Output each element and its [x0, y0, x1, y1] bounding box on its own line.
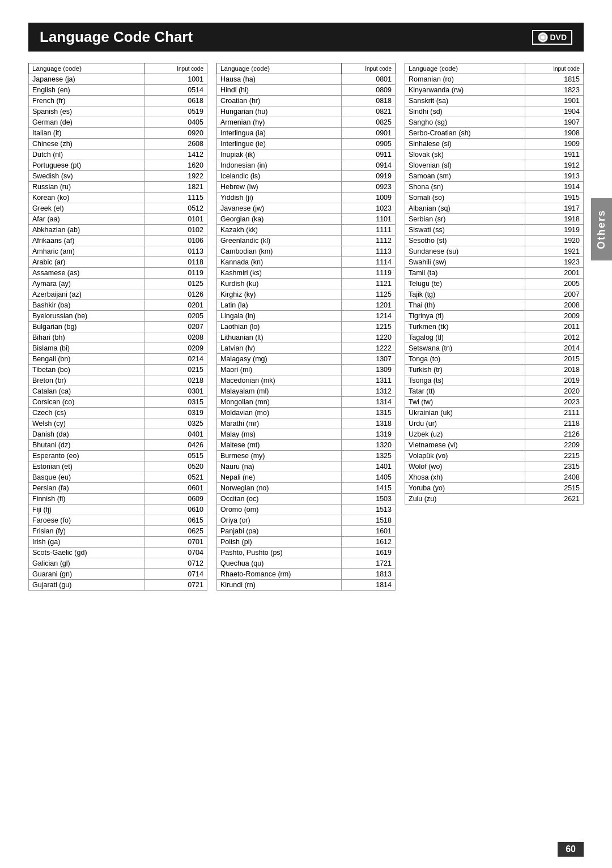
lang-name: Bashkir (ba) — [29, 300, 144, 311]
table-row: Hungarian (hu)0821 — [217, 106, 396, 117]
table-row: Turkmen (tk)2011 — [405, 322, 584, 332]
page-container: Language Code Chart DVD Language (code) … — [0, 0, 612, 625]
lang-name: Bulgarian (bg) — [29, 322, 144, 332]
lang-name: Tibetan (bo) — [29, 365, 144, 375]
lang-name: Tsonga (ts) — [405, 375, 525, 386]
lang-code: 0401 — [144, 429, 207, 440]
table-row: Xhosa (xh)2408 — [405, 472, 584, 483]
table-row: Turkish (tr)2018 — [405, 365, 584, 375]
tables-container: Language (code) Input code Japanese (ja)… — [28, 63, 584, 591]
lang-code: 0215 — [144, 365, 207, 375]
lang-name: Mongolian (mn) — [217, 397, 342, 408]
table-row: Pashto, Pushto (ps)1619 — [217, 548, 396, 558]
table-row: Panjabi (pa)1601 — [217, 526, 396, 537]
table-row: Kazakh (kk)1111 — [217, 225, 396, 236]
lang-code: 0911 — [341, 149, 395, 160]
lang-code: 1503 — [341, 494, 395, 504]
lang-name: Nauru (na) — [217, 461, 342, 472]
lang-name: Xhosa (xh) — [405, 472, 525, 483]
table-row: Tibetan (bo)0215 — [29, 365, 207, 375]
lang-code: 2126 — [525, 429, 583, 440]
lang-name: Hebrew (iw) — [217, 182, 342, 193]
table-row: Czech (cs)0319 — [29, 408, 207, 418]
table-row: Arabic (ar)0118 — [29, 257, 207, 268]
lang-name: English (en) — [29, 85, 144, 96]
lang-name: Galician (gl) — [29, 558, 144, 569]
table-row: Yiddish (ji)1009 — [217, 193, 396, 203]
table-row: Byelorussian (be)0205 — [29, 311, 207, 322]
lang-code: 2007 — [525, 289, 583, 300]
table-row: French (fr)0618 — [29, 96, 207, 106]
table-row: Italian (it)0920 — [29, 128, 207, 139]
lang-name: Chinese (zh) — [29, 139, 144, 149]
lang-name: Tonga (to) — [405, 354, 525, 365]
lang-name: Slovenian (sl) — [405, 160, 525, 171]
lang-name: Laothian (lo) — [217, 322, 342, 332]
lang-name: Occitan (oc) — [217, 494, 342, 504]
table-row: Galician (gl)0712 — [29, 558, 207, 569]
lang-code: 0920 — [144, 128, 207, 139]
lang-code: 1923 — [525, 257, 583, 268]
table-row: Amharic (am)0113 — [29, 246, 207, 257]
lang-name: Cambodian (km) — [217, 246, 342, 257]
table-row: Sundanese (su)1921 — [405, 246, 584, 257]
lang-name: Aymara (ay) — [29, 279, 144, 289]
lang-name: Portuguese (pt) — [29, 160, 144, 171]
table-row: Assamese (as)0119 — [29, 268, 207, 279]
lang-name: Russian (ru) — [29, 182, 144, 193]
lang-code: 1311 — [341, 375, 395, 386]
lang-code: 1309 — [341, 365, 395, 375]
table-row: Tonga (to)2015 — [405, 354, 584, 365]
lang-code: 0809 — [341, 85, 395, 96]
lang-name: Vietnamese (vi) — [405, 440, 525, 451]
lang-name: Swahili (sw) — [405, 257, 525, 268]
lang-code: 2008 — [525, 300, 583, 311]
table-row: Macedonian (mk)1311 — [217, 375, 396, 386]
table-row: Kashmiri (ks)1119 — [217, 268, 396, 279]
lang-code: 1113 — [341, 246, 395, 257]
table-row: Scots-Gaelic (gd)0704 — [29, 548, 207, 558]
table-row: Azerbaijani (az)0126 — [29, 289, 207, 300]
lang-name: Swedish (sv) — [29, 171, 144, 182]
lang-code: 1412 — [144, 149, 207, 160]
lang-name: Hungarian (hu) — [217, 106, 342, 117]
lang-code: 0712 — [144, 558, 207, 569]
lang-name: Pashto, Pushto (ps) — [217, 548, 342, 558]
lang-name: Armenian (hy) — [217, 117, 342, 128]
lang-code: 0205 — [144, 311, 207, 322]
lang-name: Lingala (ln) — [217, 311, 342, 322]
table-row: Cambodian (km)1113 — [217, 246, 396, 257]
lang-code: 0113 — [144, 246, 207, 257]
lang-code: 2023 — [525, 397, 583, 408]
table-row: Oriya (or)1518 — [217, 515, 396, 526]
col1-header-lang: Language (code) — [29, 63, 144, 74]
lang-code: 2012 — [525, 332, 583, 343]
table-row: Latin (la)1201 — [217, 300, 396, 311]
lang-code: 1405 — [341, 472, 395, 483]
lang-code: 1009 — [341, 193, 395, 203]
lang-code: 0901 — [341, 128, 395, 139]
table-row: Breton (br)0218 — [29, 375, 207, 386]
lang-code: 1815 — [525, 74, 583, 85]
table-row: Shona (sn)1914 — [405, 182, 584, 193]
table-row: Tagalog (tl)2012 — [405, 332, 584, 343]
col2-header-lang: Language (code) — [217, 63, 342, 74]
table-row: Afar (aa)0101 — [29, 214, 207, 225]
lang-code: 2011 — [525, 322, 583, 332]
page-number: 60 — [558, 842, 584, 857]
table-row: Uzbek (uz)2126 — [405, 429, 584, 440]
table-row: Kirundi (rn)1814 — [217, 580, 396, 591]
lang-code: 1913 — [525, 171, 583, 182]
table-row: Lingala (ln)1214 — [217, 311, 396, 322]
lang-code: 0618 — [144, 96, 207, 106]
table-row: Bashkir (ba)0201 — [29, 300, 207, 311]
table-row: Telugu (te)2005 — [405, 279, 584, 289]
lang-name: Czech (cs) — [29, 408, 144, 418]
table-row: Aymara (ay)0125 — [29, 279, 207, 289]
lang-code: 1908 — [525, 128, 583, 139]
lang-name: Fiji (fj) — [29, 504, 144, 515]
lang-code: 0119 — [144, 268, 207, 279]
lang-code: 0704 — [144, 548, 207, 558]
lang-name: Arabic (ar) — [29, 257, 144, 268]
table-row: Quechua (qu)1721 — [217, 558, 396, 569]
